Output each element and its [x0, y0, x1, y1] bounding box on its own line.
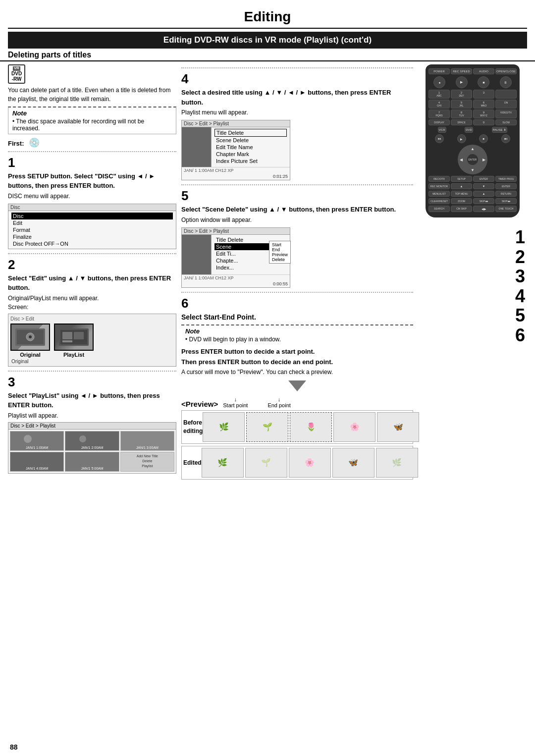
playlist-cell-2: JAN/1 2:00AM [65, 431, 119, 451]
step-1-number: 1 [8, 155, 176, 170]
playlist-label: PlayList [63, 352, 84, 358]
frame-edited-2: 🌱 [245, 448, 287, 478]
nav-down-icon[interactable]: ▼ [471, 168, 475, 172]
right-step-4: 4 [515, 286, 525, 306]
remote-nav4-btn[interactable]: ▲ [473, 191, 494, 197]
step-1-heading: Press SETUP button. Select "DISC" using … [8, 171, 176, 201]
dvd-text: DVD [11, 71, 22, 76]
step-5-number: 5 [181, 188, 413, 204]
remote-cm-skip-btn[interactable]: CM SKIP [451, 206, 472, 212]
page-title: Editing [8, 4, 527, 29]
start-point-label: ↓ Start point [223, 396, 248, 408]
preview-section: <Preview> ↓ Start point ↓ End point Befo… [181, 396, 413, 480]
remote-power-btn[interactable]: POWER [428, 68, 450, 74]
remote-search-btn[interactable]: SEARCH [428, 206, 450, 212]
frame-edited-5: 🌿 [376, 448, 418, 478]
nav-right-icon[interactable]: ▶ [482, 158, 485, 162]
remote-stop-btn[interactable]: ■ [478, 76, 489, 88]
remote-btn-9[interactable]: 9WXYZ [473, 109, 494, 118]
right-step-2: 2 [515, 247, 525, 267]
remote-nav5-btn[interactable]: ◀▶ [473, 206, 494, 212]
nav-left-icon[interactable]: ◀ [460, 158, 463, 162]
remote-btn-videotv[interactable]: VIDEO/TV [495, 109, 517, 118]
step-2-section: 2 Select "Edit" using ▲ / ▼ buttons, the… [8, 253, 176, 367]
remote-btn-slow[interactable]: SLOW [495, 119, 517, 125]
opl-items: Original PlayList [10, 324, 174, 358]
playlist-cell-5: JAN/1 5:00AM [65, 452, 119, 472]
frame-edited-4: 🦋 [332, 448, 374, 478]
page-number: 88 [10, 743, 18, 751]
remote-nav2-btn[interactable]: ▲ [451, 183, 472, 189]
remote-btn-3[interactable]: 3 [473, 90, 494, 99]
remote-skip-back-btn[interactable]: SKIP ⏮ [473, 198, 494, 204]
remote-open-close-btn[interactable]: OPEN/CLOSE [495, 68, 517, 74]
remote-rec-monitor-btn[interactable]: REC MONITOR [428, 183, 450, 189]
remote-btn-8[interactable]: 8TUV [451, 109, 472, 118]
remote-skip-fwd-btn[interactable]: SKIP ⏭ [495, 198, 517, 204]
remote-btn-1[interactable]: 1ABC [428, 90, 450, 99]
middle-column: 4 Select a desired title using ▲ / ▼ / ◄… [181, 64, 413, 484]
step-4-section: 4 Select a desired title using ▲ / ▼ / ◄… [181, 67, 413, 180]
remote-zoom-btn[interactable]: ZOOM [451, 198, 472, 204]
remote-one-touch-btn[interactable]: ONE TOUCH [495, 206, 517, 212]
playlist-cell-1: JAN/1 1:00AM [10, 431, 64, 451]
remote-btn-space[interactable]: SPACE [451, 119, 472, 125]
remote-enter2-btn[interactable]: ENTER [473, 176, 494, 182]
remote-rec-otr-btn[interactable]: REC/OTR [428, 176, 450, 182]
frame-before-3: 🌷 [290, 412, 332, 442]
remote-rec-speed-btn[interactable]: REC SPEED [451, 68, 472, 74]
right-column: POWER REC SPEED AUDIO OPEN/CLOSE ● ▶ ■ ⏸… [418, 64, 527, 484]
remote-stop2-btn[interactable]: ■ [479, 134, 488, 143]
remote-top-menu-btn[interactable]: TOP MENU [451, 191, 472, 197]
end-point-label: ↓ End point [268, 396, 290, 408]
remote-special-row1: REC/OTR SETUP ENTER TIMER PROG [428, 176, 517, 182]
remote-play2-btn[interactable]: ▶ [457, 134, 466, 143]
screen-title-step4: Disc > Edit > Playlist [182, 120, 290, 127]
menu-chapter-mark: Chapter Mark [214, 151, 287, 158]
nav-enter-btn[interactable]: ENTER [467, 154, 478, 165]
remote-setup-btn[interactable]: SETUP [451, 176, 472, 182]
remote-clear-reset-btn[interactable]: CLEAR/RESET [428, 198, 450, 204]
remote-dvd-btn[interactable]: DVD [465, 127, 473, 133]
remote-btn-4[interactable]: 4GHI [428, 100, 450, 108]
remote-play-btn[interactable]: ▶ [456, 76, 468, 88]
opl-item-playlist: PlayList [54, 324, 94, 358]
step-4-heading: Select a desired title using ▲ / ▼ / ◄ /… [181, 88, 413, 117]
svg-rect-8 [62, 340, 72, 342]
remote-btn-on[interactable]: ON [495, 100, 517, 108]
remote-btn-0[interactable]: 0 [473, 119, 494, 125]
menu-title-delete: Title Delete [214, 129, 287, 137]
remote-btn-display[interactable]: DISPLAY [428, 119, 450, 125]
remote-pause-btn[interactable]: ⏸ [500, 76, 512, 88]
remote-number-grid: 1ABC 2DEF 3 4GHI 5JKL 6MNO ON 7PQRS 8TUV… [428, 90, 517, 125]
remote-btn-7[interactable]: 7PQRS [428, 109, 450, 118]
cursor-note: A cursor will move to "Preview". You can… [181, 369, 413, 376]
original-thumb [10, 324, 50, 351]
remote-rec-btn[interactable]: ● [433, 76, 445, 88]
remote-btn-2[interactable]: 2DEF [451, 90, 472, 99]
menu-item-protect: Disc Protect OFF→ON [11, 240, 173, 247]
remote-nav3-btn[interactable]: ▼ [473, 183, 494, 189]
remote-vcr-btn[interactable]: VCR [438, 127, 446, 133]
remote-btn-audio[interactable] [495, 90, 517, 99]
remote-timer-prog-btn[interactable]: TIMER PROG [495, 176, 517, 182]
remote-btn-5[interactable]: 5JKL [451, 100, 472, 108]
remote-pause2-btn[interactable]: PAUSE ⏸ [492, 127, 508, 133]
screen-step4-menu: Title Delete Scene Delete Edit Title Nam… [212, 127, 290, 167]
remote-return-btn[interactable]: RETURN [495, 191, 517, 197]
remote-audio-btn[interactable]: AUDIO [473, 68, 494, 74]
remote-enter3-btn[interactable]: ENTER [495, 183, 517, 189]
original-label: Original [20, 352, 41, 358]
screen-mockup-step4: Disc > Edit > Playlist Title Delete Scen… [181, 120, 290, 180]
section-header: Editing DVD-RW discs in VR mode (Playlis… [8, 32, 527, 49]
screen-step4-body: Title Delete Scene Delete Edit Title Nam… [182, 127, 290, 167]
screen-body-step1: Disc Edit Format Finalize Disc Protect O… [8, 211, 176, 249]
nav-up-icon[interactable]: ▲ [471, 147, 475, 151]
remote-menu-list-btn[interactable]: MENU/LIST [428, 191, 450, 197]
remote-btn-6[interactable]: 6MNO [473, 100, 494, 108]
opl-item-original: Original [10, 324, 50, 358]
preview-arrow-down [181, 379, 413, 392]
remote-rewind-btn[interactable]: ⏮ [435, 134, 444, 143]
remote-ffwd-btn[interactable]: ⏭ [501, 134, 510, 143]
popup-end: End [272, 247, 288, 252]
